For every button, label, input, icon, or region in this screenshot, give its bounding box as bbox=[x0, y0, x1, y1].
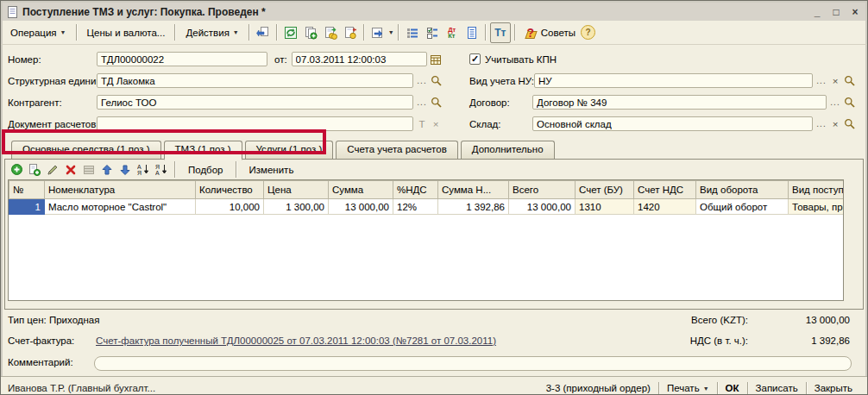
reread-icon[interactable] bbox=[254, 23, 273, 42]
copy-add-icon[interactable] bbox=[301, 23, 320, 42]
vat-value: 1 392,86 bbox=[748, 335, 850, 346]
actions-menu[interactable]: Действия▼ bbox=[179, 25, 244, 41]
col-vat-amount[interactable]: Сумма Н... bbox=[438, 181, 509, 199]
cell-price[interactable]: 1 300,00 bbox=[264, 199, 329, 215]
sort-ascending-icon[interactable]: АЯ bbox=[135, 162, 151, 178]
calendar-icon[interactable] bbox=[429, 52, 443, 66]
col-account-vat[interactable]: Счет НДС bbox=[634, 181, 696, 199]
magnifier-icon[interactable] bbox=[842, 73, 856, 88]
col-price[interactable]: Цена bbox=[264, 181, 329, 199]
kpn-checkbox[interactable]: ✓ bbox=[469, 53, 481, 65]
cell-turnover-type[interactable]: Общий оборот bbox=[696, 199, 789, 215]
table-header-row: № Номенклатура Количество Цена Сумма %НД… bbox=[9, 181, 845, 199]
col-receipt-type[interactable]: Вид поступления bbox=[789, 181, 845, 199]
col-vat-percent[interactable]: %НДС bbox=[393, 181, 438, 199]
col-turnover-type[interactable]: Вид оборота bbox=[696, 181, 789, 199]
tab-tmz[interactable]: ТМЗ (1 поз.) bbox=[164, 141, 242, 160]
cell-account-bu[interactable]: 1310 bbox=[576, 199, 634, 215]
cell-vat-amount[interactable]: 1 392,86 bbox=[438, 199, 509, 215]
ok-button[interactable]: ОК bbox=[718, 383, 747, 393]
col-quantity[interactable]: Количество bbox=[196, 181, 264, 199]
help-icon[interactable]: ? bbox=[581, 25, 595, 40]
contract-input[interactable] bbox=[532, 95, 827, 110]
edit-row-icon[interactable] bbox=[45, 162, 60, 178]
col-nomenclature[interactable]: Номенклатура bbox=[45, 181, 196, 199]
magnifier-icon[interactable] bbox=[429, 73, 443, 88]
date-input[interactable] bbox=[292, 52, 427, 66]
tab-services[interactable]: Услуги (1 поз.) bbox=[245, 141, 334, 159]
tmz-tab-panel: АЯ ЯА Подбор Изменить № Номенклатура Кол… bbox=[4, 159, 864, 310]
post-document-icon[interactable] bbox=[321, 23, 340, 42]
operation-menu[interactable]: Операция▼ bbox=[4, 25, 72, 41]
select-ellipsis-button[interactable]: ... bbox=[828, 95, 842, 110]
prices-currency-button[interactable]: Цены и валюта... bbox=[81, 25, 172, 41]
dt-kt-icon[interactable]: ДтКт bbox=[443, 23, 462, 42]
magnifier-icon[interactable] bbox=[842, 95, 856, 110]
select-ellipsis-button[interactable]: ... bbox=[415, 95, 429, 110]
refresh-icon[interactable] bbox=[281, 23, 300, 42]
warehouse-input[interactable] bbox=[532, 116, 813, 131]
magnifier-icon[interactable] bbox=[429, 95, 443, 110]
select-ellipsis-button[interactable]: ... bbox=[415, 73, 429, 88]
cell-quantity[interactable]: 10,000 bbox=[196, 199, 264, 215]
document-footer: Тип цен: Приходная Всего (KZT): 13 000,0… bbox=[1, 310, 867, 376]
save-button[interactable]: Записать bbox=[748, 383, 806, 393]
pick-button[interactable]: Подбор bbox=[181, 163, 230, 177]
document-journal-icon[interactable] bbox=[462, 23, 481, 42]
cell-account-vat[interactable]: 1420 bbox=[634, 199, 696, 215]
clear-icon[interactable]: × bbox=[828, 73, 842, 88]
move-up-icon[interactable] bbox=[99, 162, 115, 178]
maximize-button[interactable]: □ bbox=[830, 6, 842, 18]
comment-input[interactable] bbox=[94, 356, 852, 371]
structural-unit-input[interactable] bbox=[97, 73, 413, 88]
settlement-document-input[interactable] bbox=[97, 116, 413, 131]
tab-additional[interactable]: Дополнительно bbox=[461, 141, 555, 159]
magnifier-icon[interactable] bbox=[842, 116, 856, 131]
invoice-label: Счет-фактура: bbox=[8, 335, 74, 346]
advices-icon: ? bbox=[524, 26, 538, 40]
cell-amount[interactable]: 13 000,00 bbox=[329, 199, 393, 215]
move-down-icon[interactable] bbox=[117, 162, 133, 178]
structure-icon[interactable] bbox=[403, 23, 422, 42]
counterparty-input[interactable] bbox=[97, 95, 413, 110]
print-button[interactable]: Печать▼ bbox=[659, 383, 717, 393]
row-number-cell[interactable]: 1 bbox=[9, 199, 45, 215]
col-account-bu[interactable]: Счет (БУ) bbox=[576, 181, 634, 199]
clear-icon[interactable]: × bbox=[828, 116, 842, 131]
vat-label: НДС (в т. ч.): bbox=[690, 335, 748, 346]
status-bar: Иванова Т.Р. (Главный бухгалт... 3-3 (пр… bbox=[1, 376, 867, 395]
add-row-icon[interactable] bbox=[9, 162, 24, 178]
list-settings-icon[interactable] bbox=[423, 23, 442, 42]
select-ellipsis-button[interactable]: ... bbox=[815, 73, 828, 88]
col-number[interactable]: № bbox=[9, 181, 45, 199]
document-window: Поступление ТМЗ и услуг: Покупка. Провед… bbox=[0, 0, 868, 395]
cell-nomenclature[interactable]: Масло моторное "Castrol" bbox=[45, 199, 196, 215]
close-form-button[interactable]: Закрыть bbox=[807, 383, 860, 393]
totals-icon bbox=[81, 162, 97, 178]
toolbar-separator bbox=[236, 161, 237, 178]
number-input[interactable] bbox=[97, 52, 267, 66]
tab-settlement-accounts[interactable]: Счета учета расчетов bbox=[336, 141, 457, 159]
tab-fixed-assets[interactable]: Основные средства (1 поз.) bbox=[11, 141, 161, 159]
cell-vat-percent[interactable]: 12% bbox=[393, 199, 438, 215]
chevron-down-icon[interactable]: ▼ bbox=[388, 29, 394, 35]
sort-descending-icon[interactable]: ЯА bbox=[154, 162, 169, 178]
nu-account-type-input[interactable] bbox=[534, 73, 813, 88]
text-format-toggle[interactable]: Тт bbox=[490, 22, 511, 43]
unpost-document-icon[interactable] bbox=[341, 23, 360, 42]
select-ellipsis-button[interactable]: ... bbox=[815, 116, 828, 131]
advices-button[interactable]: ? Советы bbox=[519, 24, 580, 41]
cell-total[interactable]: 13 000,00 bbox=[509, 199, 576, 215]
minimize-button[interactable]: _ bbox=[811, 6, 823, 18]
col-total[interactable]: Всего bbox=[509, 181, 576, 199]
table-row[interactable]: 1 Масло моторное "Castrol" 10,000 1 300,… bbox=[9, 199, 845, 215]
cell-receipt-type[interactable]: Товары, приобр... bbox=[789, 199, 845, 215]
invoice-link[interactable]: Счет-фактура полученный ТДЛ00000025 от 0… bbox=[96, 335, 496, 346]
copy-row-icon[interactable] bbox=[27, 162, 42, 178]
col-amount[interactable]: Сумма bbox=[329, 181, 393, 199]
svg-text:Я: Я bbox=[137, 170, 142, 176]
delete-row-icon[interactable] bbox=[63, 162, 79, 178]
change-button[interactable]: Изменить bbox=[242, 163, 301, 177]
close-button[interactable]: × bbox=[849, 6, 861, 18]
go-to-icon[interactable] bbox=[368, 23, 387, 42]
